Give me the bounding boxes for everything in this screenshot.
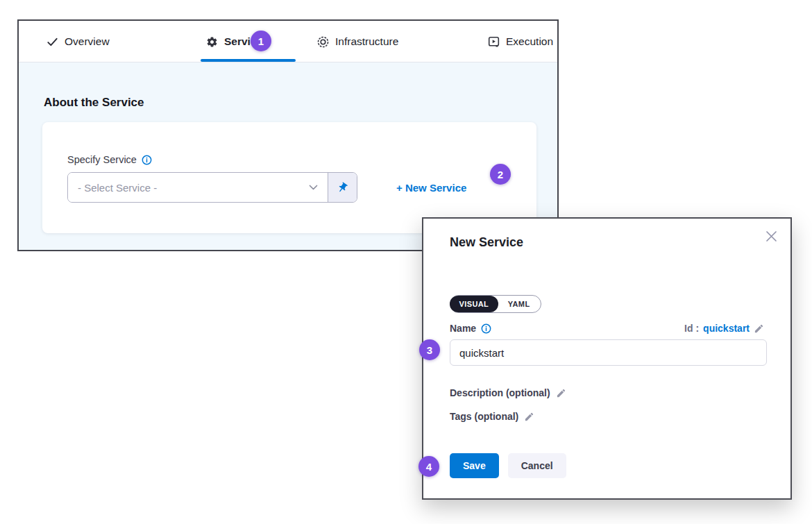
tab-infrastructure[interactable]: Infrastructure — [317, 21, 398, 62]
close-icon[interactable] — [762, 227, 780, 245]
tab-infrastructure-label: Infrastructure — [335, 35, 398, 48]
cancel-button[interactable]: Cancel — [508, 453, 566, 478]
service-id-row: Id : quickstart — [684, 323, 764, 334]
tags-label: Tags (optional) — [450, 411, 518, 422]
tab-overview[interactable]: Overview — [46, 21, 110, 62]
edit-icon[interactable] — [754, 323, 764, 334]
active-tab-underline — [201, 59, 296, 62]
modal-actions: Save Cancel — [450, 453, 566, 478]
step-badge-2: 2 — [490, 164, 511, 185]
pin-service-button[interactable] — [328, 173, 357, 202]
stage-tab-bar: Overview Service Infrastructure Executio… — [19, 21, 557, 62]
step-badge-4: 4 — [418, 456, 439, 477]
name-label-row: Name — [450, 323, 491, 334]
new-service-modal: New Service VISUAL YAML Name Id : quicks… — [422, 217, 792, 500]
modal-title: New Service — [450, 235, 523, 250]
toggle-yaml-option[interactable]: YAML — [498, 296, 541, 312]
page: Overview Service Infrastructure Executio… — [0, 0, 812, 524]
tags-row: Tags (optional) — [450, 411, 534, 422]
id-value-link[interactable]: quickstart — [703, 323, 750, 334]
check-icon — [46, 36, 58, 48]
specify-service-label: Specify Service — [67, 154, 137, 165]
step-badge-3: 3 — [419, 339, 440, 360]
service-select-row: - Select Service - + New Service — [67, 172, 466, 203]
id-prefix-label: Id : — [684, 323, 699, 334]
specify-service-card: Specify Service - Select Service - + New… — [42, 122, 536, 233]
info-icon[interactable] — [142, 155, 152, 165]
description-row: Description (optional) — [450, 387, 566, 398]
chevron-down-icon — [309, 185, 318, 190]
info-icon[interactable] — [481, 323, 491, 334]
toggle-visual-option[interactable]: VISUAL — [450, 296, 499, 312]
description-label: Description (optional) — [450, 387, 550, 398]
service-name-input[interactable] — [450, 339, 767, 366]
pipeline-stage-panel: Overview Service Infrastructure Executio… — [17, 19, 559, 251]
service-select-value: - Select Service - — [78, 182, 309, 194]
about-service-heading: About the Service — [44, 96, 144, 110]
service-select-composite: - Select Service - — [67, 172, 357, 203]
gear-icon — [206, 36, 218, 48]
save-button[interactable]: Save — [450, 453, 499, 478]
infrastructure-icon — [317, 36, 329, 48]
step-badge-1: 1 — [251, 31, 271, 51]
tab-execution[interactable]: Execution — [488, 21, 553, 62]
pin-icon — [335, 179, 351, 196]
tab-execution-label: Execution — [506, 35, 553, 48]
visual-yaml-toggle: VISUAL YAML — [450, 295, 541, 313]
edit-icon[interactable] — [524, 412, 534, 422]
name-label: Name — [450, 323, 476, 334]
execution-icon — [488, 36, 500, 48]
tab-overview-label: Overview — [65, 35, 110, 48]
service-select-dropdown[interactable]: - Select Service - — [68, 173, 328, 202]
edit-icon[interactable] — [556, 388, 566, 398]
new-service-link[interactable]: + New Service — [396, 182, 466, 194]
specify-service-label-row: Specify Service — [67, 154, 152, 165]
name-id-row: Name Id : quickstart — [450, 323, 764, 334]
